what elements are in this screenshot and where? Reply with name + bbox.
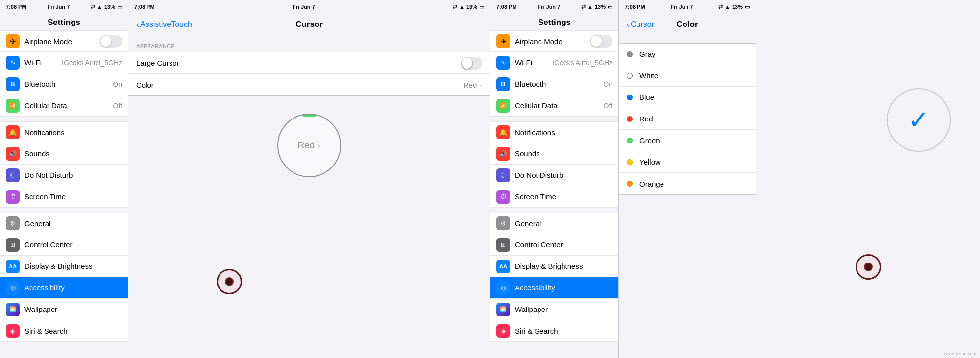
watermark: www.devuq.com xyxy=(944,351,976,356)
r-sidebar-item-bluetooth[interactable]: B Bluetooth On xyxy=(490,73,618,95)
right-time: 7:08 PM xyxy=(496,4,517,10)
notifications-icon-sidebar: 🔔 xyxy=(6,125,20,139)
r-sidebar-item-airplane[interactable]: ✈ Airplane Mode xyxy=(490,30,618,52)
sidebar-item-wallpaper[interactable]: 🌅 Wallpaper xyxy=(0,299,128,320)
back-to-assistivetouch[interactable]: ‹ AssistiveTouch xyxy=(136,20,192,29)
sidebar-item-sounds[interactable]: 🔊 Sounds xyxy=(0,143,128,165)
cursor-title: Cursor xyxy=(295,20,323,29)
r-airplane-toggle[interactable] xyxy=(590,35,612,48)
color-cursor-circle xyxy=(856,254,881,280)
cursor-content: APPEARANCE Large Cursor Color Red › xyxy=(128,35,490,96)
sidebar-item-notifications[interactable]: 🔔 Notifications xyxy=(0,121,128,143)
display-label: Display & Brightness xyxy=(24,262,122,270)
right-sep2 xyxy=(490,208,618,213)
back-chevron-icon: ‹ xyxy=(136,20,139,29)
r-sounds-icon: 🔊 xyxy=(496,147,510,161)
cursor-preview-container: Red › xyxy=(277,114,341,177)
yellow-label: Yellow xyxy=(639,158,748,166)
pane-signal-icon: ▲ xyxy=(459,4,465,10)
left-pane-status: 7:08 PM Fri Jun 7 ⇄ ▲ 13% ▭ xyxy=(128,0,490,14)
color-option-green[interactable]: Green xyxy=(619,130,756,151)
cursor-dot-preview xyxy=(217,269,242,294)
controlcenter-label: Control Center xyxy=(24,240,122,249)
airplane-toggle[interactable] xyxy=(99,35,122,48)
right-group3: ⚙ General ⊞ Control Center AA Display & … xyxy=(490,213,618,342)
color-option-yellow[interactable]: Yellow xyxy=(619,151,756,173)
r-accessibility-label: Accessibility xyxy=(515,284,612,292)
cursor-body: APPEARANCE Large Cursor Color Red › xyxy=(128,35,490,358)
sidebar-item-cellular[interactable]: 📶 Cellular Data Off xyxy=(0,95,128,117)
r-sidebar-item-accessibility[interactable]: ◎ Accessibility xyxy=(490,277,618,299)
sidebar-item-sirisearch[interactable]: ◈ Siri & Search xyxy=(0,320,128,342)
back-label: AssistiveTouch xyxy=(140,20,192,29)
left-sidebar-title: Settings xyxy=(0,14,128,30)
donotdisturb-label: Do Not Disturb xyxy=(24,171,122,179)
white-dot xyxy=(627,73,633,79)
sidebar-item-displaybrightness[interactable]: AA Display & Brightness xyxy=(0,256,128,277)
right-day: Fri Jun 7 xyxy=(538,4,560,10)
sidebar-item-general[interactable]: ⚙ General xyxy=(0,213,128,234)
sidebar-item-airplane[interactable]: ✈ Airplane Mode xyxy=(0,30,128,52)
color-label: Color xyxy=(136,81,464,89)
color-option-white[interactable]: White xyxy=(619,65,756,87)
r-sidebar-item-wallpaper[interactable]: 🌅 Wallpaper xyxy=(490,299,618,320)
right-group1: ✈ Airplane Mode ∿ Wi-Fi IGeeks Airtel_5G… xyxy=(490,30,618,117)
color-option-gray[interactable]: Gray xyxy=(619,44,756,65)
r-bluetooth-label: Bluetooth xyxy=(515,80,603,88)
cursor-green-bar xyxy=(302,115,317,117)
general-icon-sidebar: ⚙ xyxy=(6,216,20,230)
cursor-red-label: Red xyxy=(298,140,315,151)
sidebar-item-screentime[interactable]: ⏱ Screen Time xyxy=(0,186,128,208)
checkmark-container: ✓ xyxy=(887,88,951,152)
left-sidebar: 7:08 PM Fri Jun 7 ⇄ ▲ 13% ▭ Settings ✈ A… xyxy=(0,0,128,358)
r-bluetooth-value: On xyxy=(603,80,612,88)
r-sidebar-item-sounds[interactable]: 🔊 Sounds xyxy=(490,143,618,165)
r-sidebar-item-general[interactable]: ⚙ General xyxy=(490,213,618,234)
color-option-red[interactable]: Red xyxy=(619,108,756,130)
cp-battery-text: 13% xyxy=(732,4,743,10)
r-wifi-value: IGeeks Airtel_5GHz xyxy=(552,59,612,67)
right-sidebar-title: Settings xyxy=(490,14,618,30)
sidebar-item-accessibility[interactable]: ◎ Accessibility xyxy=(0,277,128,299)
r-bluetooth-icon-sidebar: B xyxy=(496,77,510,91)
large-cursor-row[interactable]: Large Cursor xyxy=(128,52,490,74)
cellular-value: Off xyxy=(113,102,122,110)
sidebar-item-controlcenter[interactable]: ⊞ Control Center xyxy=(0,234,128,256)
notifications-label: Notifications xyxy=(24,128,122,137)
r-sidebar-item-donotdisturb[interactable]: ☾ Do Not Disturb xyxy=(490,165,618,186)
r-general-label: General xyxy=(515,219,612,228)
r-display-label: Display & Brightness xyxy=(515,262,612,270)
back-to-cursor[interactable]: ‹ Cursor xyxy=(627,20,654,29)
large-cursor-label: Large Cursor xyxy=(136,59,461,67)
yellow-dot xyxy=(627,159,633,165)
r-sidebar-item-wifi[interactable]: ∿ Wi-Fi IGeeks Airtel_5GHz xyxy=(490,52,618,73)
sounds-icon-sidebar: 🔊 xyxy=(6,147,20,161)
r-wallpaper-label: Wallpaper xyxy=(515,305,612,313)
sidebar-item-wifi[interactable]: ∿ Wi-Fi IGeeks Airtel_5GHz xyxy=(0,52,128,73)
r-airplane-label: Airplane Mode xyxy=(515,37,590,46)
white-label: White xyxy=(639,72,748,80)
sidebar-item-bluetooth[interactable]: B Bluetooth On xyxy=(0,73,128,95)
color-row[interactable]: Color Red › xyxy=(128,74,490,95)
sidebar-item-donotdisturb[interactable]: ☾ Do Not Disturb xyxy=(0,165,128,186)
donotdisturb-icon-sidebar: ☾ xyxy=(6,168,20,182)
r-sidebar-item-displaybrightness[interactable]: AA Display & Brightness xyxy=(490,256,618,277)
r-donotdisturb-label: Do Not Disturb xyxy=(515,171,612,179)
right-sidebar: 7:08 PM Fri Jun 7 ⇄ ▲ 13% ▭ Settings ✈ A… xyxy=(490,0,619,358)
right-half: 7:08 PM Fri Jun 7 ⇄ ▲ 13% ▭ Settings ✈ A… xyxy=(490,0,980,358)
r-sidebar-item-notifications[interactable]: 🔔 Notifications xyxy=(490,121,618,143)
orange-label: Orange xyxy=(639,180,748,188)
r-siri-icon: ◈ xyxy=(496,324,510,338)
r-wifi-icon-sidebar: ∿ xyxy=(496,56,510,70)
color-option-orange[interactable]: Orange xyxy=(619,173,756,194)
accessibility-icon-sidebar: ◎ xyxy=(6,281,20,295)
r-sidebar-item-controlcenter[interactable]: ⊞ Control Center xyxy=(490,234,618,256)
color-option-blue[interactable]: Blue xyxy=(619,87,756,108)
color-list-body: Gray White Blue Red xyxy=(619,35,756,358)
large-cursor-toggle[interactable] xyxy=(461,57,482,70)
r-sidebar-item-sirisearch[interactable]: ◈ Siri & Search xyxy=(490,320,618,342)
left-half: 7:08 PM Fri Jun 7 ⇄ ▲ 13% ▭ Settings ✈ A… xyxy=(0,0,490,358)
r-sidebar-item-cellular[interactable]: 📶 Cellular Data Off xyxy=(490,95,618,117)
green-dot xyxy=(627,138,633,143)
r-sidebar-item-screentime[interactable]: ⏱ Screen Time xyxy=(490,186,618,208)
